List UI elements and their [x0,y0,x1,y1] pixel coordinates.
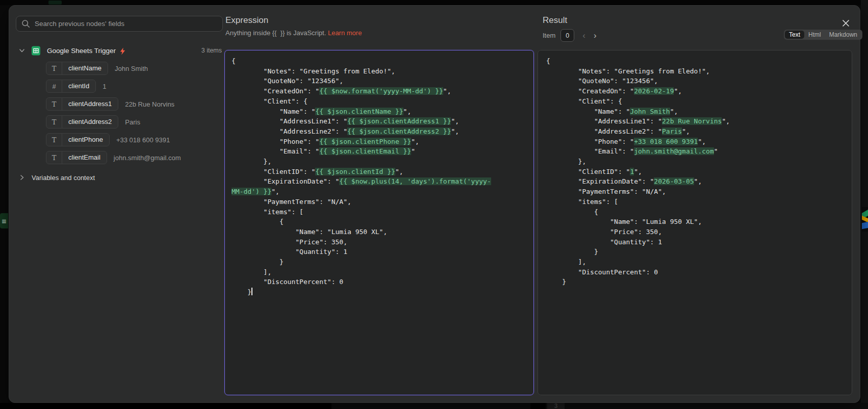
code-line: "Name": "John Smith", [546,107,845,117]
code-line: "Phone": "{{ $json.clientPhone }}", [232,137,527,147]
node-name: Google Sheets Trigger [47,47,116,55]
code-line: { [232,217,527,227]
fields-list: TclientNameJohn Smith#clientId1TclientAd… [46,62,181,169]
code-line: "DiscountPercent": 0 [232,277,527,287]
bottom-bar-segment [530,403,546,409]
result-mode-switch: TextHtmlMarkdown [784,30,862,40]
text-type-icon: T [46,100,62,108]
code-line: "AddressLine2": "Paris", [546,126,845,137]
previous-item-button[interactable]: ‹ [582,31,585,40]
field-pill-clientAddress2[interactable]: TclientAddress2 [46,115,118,129]
field-row: TclientNameJohn Smith [46,62,181,75]
result-output: { "Notes": "Greetings from Eledo!", "Quo… [538,50,852,395]
field-pill-clientAddress1[interactable]: TclientAddress1 [46,97,118,111]
field-row: #clientId1 [46,80,181,93]
chevron-down-icon[interactable] [18,47,25,54]
code-line: } [232,287,527,297]
item-label: Item [543,32,555,39]
text-type-icon: T [46,136,62,144]
code-line: }, [546,157,845,167]
background-node-google-sheets: ▦ [0,213,8,228]
field-pill-clientName[interactable]: TclientName [46,62,108,75]
code-line: "Phone": "+33 018 600 9391", [546,137,845,147]
code-line: }, [232,157,527,167]
background-right-column [861,0,868,409]
code-line: "AddressLine1": "{{ $json.clientAddress1… [232,116,527,126]
code-line: "PaymentTerms": "N/A", [232,197,527,207]
expression-code-editor[interactable]: { "Notes": "Greetings from Eledo!", "Quo… [224,50,534,395]
code-line: "Price": 350, [232,237,527,247]
field-value: +33 018 600 9391 [116,136,170,144]
code-line: } [546,277,845,287]
code-line: { [546,207,845,217]
sidebar-node-google-sheets-trigger[interactable]: Google Sheets Trigger 3 items [16,44,223,57]
code-line: "Client": { [232,96,527,107]
field-row: TclientAddress122b Rue Norvins [46,97,181,111]
field-value: John Smith [115,65,148,72]
background-top-bar [0,0,868,5]
drive-logo-blue [862,222,868,229]
field-row: TclientAddress2Paris [46,115,181,129]
code-line: ], [546,257,845,267]
code-line: "ClientID": "{{ $json.clientId }}", [232,167,527,177]
result-item-pager: Item 0 ‹ › [543,29,597,42]
field-value: 22b Rue Norvins [125,100,174,108]
field-pill-clientEmail[interactable]: TclientEmail [46,151,107,164]
code-line: "ClientID": "1", [546,167,845,177]
code-line: "Client": { [546,96,845,107]
mode-html[interactable]: Html [804,31,825,39]
mode-markdown[interactable]: Markdown [825,31,861,39]
field-name: clientId [62,80,95,92]
field-row: TclientPhone+33 018 600 9391 [46,133,181,146]
code-line: "Notes": "Greetings from Eledo!", [546,66,845,76]
code-line: { [546,56,845,66]
code-line: "items": [ [232,207,527,217]
node-items-count: 3 items [201,47,222,54]
field-row: TclientEmailjohn.smith@gmail.com [46,151,181,164]
field-value: john.smith@gmail.com [114,154,181,162]
result-title: Result [543,15,567,25]
google-sheets-icon [31,46,41,56]
next-item-button[interactable]: › [594,31,597,40]
code-line: "Quantity": 1 [232,247,527,257]
code-line: ], [232,267,527,277]
code-line: "ExpirationDate": "{{ $now.plus(14, 'day… [232,176,527,187]
code-line: "Email": "{{ $json.clientEmail }}" [232,146,527,157]
variables-label: Variables and context [32,174,95,182]
expression-subtitle-text: Anything inside {{ }} is JavaScript. [225,29,326,37]
code-line: "AddressLine2": "{{ $json.clientAddress2… [232,126,527,137]
code-line: "QuoteNo": "123456", [546,76,845,86]
background-bottom-bar: 3 [0,403,868,409]
background-node-google-drive [862,207,868,232]
code-line: { [232,56,527,66]
field-name: clientEmail [62,151,107,164]
code-line: "QuoteNo": "123456", [232,76,527,86]
code-line: MM-dd') }}", [232,187,527,197]
code-line: "Name": "{{ $json.clientName }}", [232,107,527,117]
close-button[interactable] [840,17,851,29]
code-line: } [232,257,527,267]
field-name: clientAddress2 [62,116,118,128]
code-line: "CreatedOn": "2026-02-19", [546,86,845,96]
code-line: "Name": "Lumia 950 XL", [546,217,845,227]
screen: ▦ 3 Google S [0,0,868,409]
item-index-input[interactable]: 0 [560,29,574,42]
mode-text[interactable]: Text [785,31,804,39]
field-pill-clientPhone[interactable]: TclientPhone [46,133,110,146]
code-line: "Name": "Lumia 950 XL", [232,227,527,237]
text-type-icon: T [46,118,62,126]
code-line: "PaymentTerms": "N/A", [546,187,845,197]
code-line: "Price": 350, [546,227,845,237]
expression-title: Expression [225,15,268,25]
field-value: Paris [125,118,140,126]
close-icon [842,19,850,27]
sidebar-item-variables-and-context[interactable]: Variables and context [16,172,95,183]
expression-subtitle: Anything inside {{ }} is JavaScript. Lea… [225,29,362,37]
code-line: "Notes": "Greetings from Eledo!", [232,66,527,76]
learn-more-link[interactable]: Learn more [328,29,362,37]
background-logo-hint [48,1,62,5]
field-pill-clientId[interactable]: #clientId [46,80,96,93]
search-input[interactable] [30,20,222,28]
code-line: } [546,247,845,257]
field-name: clientName [62,62,108,74]
